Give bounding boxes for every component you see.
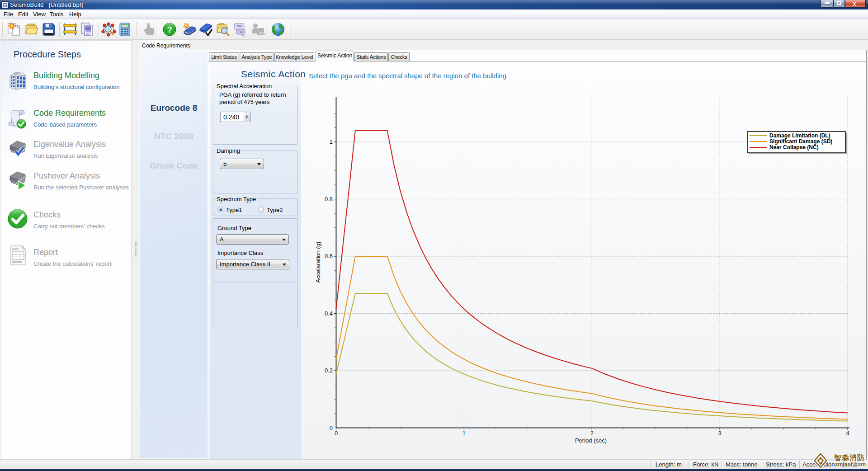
- svg-text:Damage Limitation (DL): Damage Limitation (DL): [769, 132, 830, 139]
- svg-text:1: 1: [330, 138, 333, 145]
- svg-text:1: 1: [462, 430, 466, 437]
- svg-text:2: 2: [590, 430, 594, 437]
- svg-text:0: 0: [330, 424, 333, 431]
- svg-text:4: 4: [846, 430, 849, 437]
- svg-text:Accelaration (g): Accelaration (g): [315, 241, 321, 283]
- svg-text:0: 0: [335, 430, 338, 437]
- svg-text:?: ?: [167, 25, 172, 34]
- svg-text:0.6: 0.6: [325, 253, 333, 259]
- svg-text:Near Collapse (NC): Near Collapse (NC): [769, 144, 819, 151]
- svg-text:0.4: 0.4: [325, 310, 333, 317]
- svg-text:0.8: 0.8: [325, 196, 333, 203]
- svg-text:3: 3: [718, 430, 722, 437]
- svg-text:Significant Damage (SD): Significant Damage (SD): [769, 138, 832, 145]
- svg-text:0.2: 0.2: [325, 367, 333, 374]
- svg-text:Period (sec): Period (sec): [575, 437, 607, 444]
